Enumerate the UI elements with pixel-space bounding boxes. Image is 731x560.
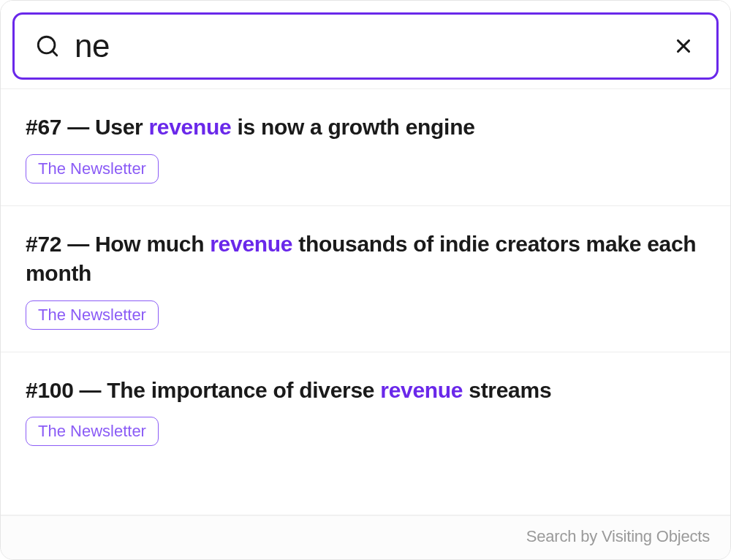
result-title: #72 — How much revenue thousands of indi… (26, 230, 705, 289)
search-bar-wrapper (1, 1, 730, 88)
result-tag[interactable]: The Newsletter (26, 154, 159, 183)
result-item[interactable]: #67 — User revenue is now a growth engin… (1, 88, 730, 205)
result-tag[interactable]: The Newsletter (26, 300, 159, 330)
result-item[interactable]: #100 — The importance of diverse revenue… (1, 352, 730, 469)
result-tag[interactable]: The Newsletter (26, 417, 159, 446)
close-icon[interactable] (671, 34, 696, 58)
result-title: #67 — User revenue is now a growth engin… (26, 113, 705, 143)
result-title: #100 — The importance of diverse revenue… (26, 376, 705, 406)
attribution-footer: Search by Visiting Objects (1, 515, 730, 559)
svg-line-1 (53, 51, 57, 56)
attribution-text: Search by Visiting Objects (526, 527, 710, 545)
result-title-suffix: streams (463, 378, 551, 402)
search-dropdown: #67 — User revenue is now a growth engin… (0, 0, 731, 560)
result-item[interactable]: #72 — How much revenue thousands of indi… (1, 205, 730, 352)
result-title-suffix: is now a growth engine (231, 115, 474, 139)
result-title-highlight: revenue (210, 232, 292, 256)
result-title-highlight: revenue (380, 378, 463, 402)
result-title-prefix: #100 — The importance of diverse (26, 378, 380, 402)
search-icon (35, 34, 60, 58)
result-title-highlight: revenue (148, 115, 231, 139)
search-bar (12, 12, 719, 80)
result-title-prefix: #67 — User (26, 115, 148, 139)
results-list: #67 — User revenue is now a growth engin… (1, 88, 730, 515)
result-title-prefix: #72 — How much (26, 232, 210, 256)
search-input[interactable] (75, 28, 656, 64)
